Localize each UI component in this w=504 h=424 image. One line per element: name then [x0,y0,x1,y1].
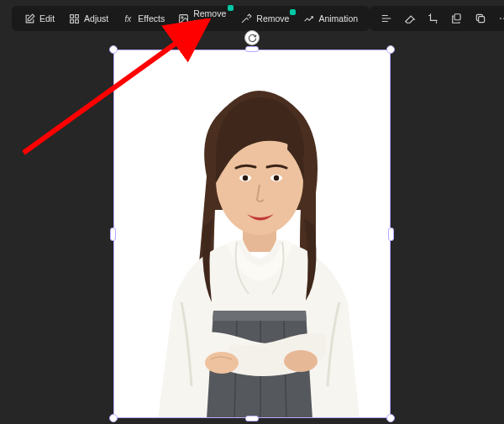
portrait-image [114,50,390,417]
remove-icon [240,13,252,24]
animation-label: Animation [318,13,358,24]
toolbar-right [370,6,504,31]
svg-point-17 [274,175,279,181]
fx-icon: fx [122,13,134,24]
toolbar-left: Edit Adjust fx Effects Remove BG Remove [12,6,370,31]
svg-point-15 [243,175,248,181]
remove-button[interactable]: Remove [235,9,294,28]
svg-rect-7 [479,17,485,23]
remove-bg-icon [178,13,189,24]
svg-rect-1 [75,14,78,18]
animation-button[interactable]: Animation [297,9,363,28]
copy-button[interactable] [470,8,491,29]
layers-icon [451,13,463,24]
ai-badge-icon [228,5,234,11]
svg-point-8 [500,18,501,19]
more-icon [498,13,504,24]
more-button[interactable] [494,8,504,29]
edit-icon [24,13,35,24]
svg-point-21 [205,352,239,374]
rotate-icon [248,34,257,43]
layers-button[interactable] [447,8,467,29]
remove-bg-label: Remove BG [193,8,227,29]
align-icon [381,13,392,24]
svg-point-22 [284,350,318,372]
animation-icon [302,13,314,24]
resize-handle-n[interactable] [245,46,259,52]
resize-handle-nw[interactable] [109,45,118,54]
erase-button[interactable] [400,8,420,29]
photo-content[interactable] [114,50,390,417]
svg-rect-2 [70,19,73,23]
adjust-button[interactable]: Adjust [63,9,113,28]
selection-frame[interactable] [113,50,391,418]
resize-handle-ne[interactable] [386,45,395,54]
edit-label: Edit [39,13,55,24]
ai-badge-icon [290,9,296,15]
canvas-area[interactable] [0,42,504,424]
svg-rect-6 [454,14,460,20]
edit-button[interactable]: Edit [18,9,60,28]
resize-handle-w[interactable] [110,228,116,241]
remove-label: Remove [256,13,289,24]
crop-button[interactable] [423,8,444,29]
copy-icon [475,13,486,24]
erase-icon [404,13,416,24]
align-button[interactable] [376,8,396,29]
effects-label: Effects [138,13,165,24]
resize-handle-se[interactable] [386,414,395,422]
adjust-icon [68,13,80,24]
svg-rect-3 [75,19,78,23]
resize-handle-e[interactable] [388,228,394,241]
rotate-handle[interactable] [244,30,260,45]
svg-rect-0 [70,14,73,18]
resize-handle-s[interactable] [245,416,259,421]
svg-point-5 [181,16,183,18]
toolbar: Edit Adjust fx Effects Remove BG Remove [12,5,492,32]
resize-handle-sw[interactable] [109,414,118,422]
adjust-label: Adjust [84,13,108,24]
effects-button[interactable]: fx Effects [117,9,170,28]
remove-bg-button[interactable]: Remove BG [173,5,232,32]
crop-icon [428,13,439,24]
